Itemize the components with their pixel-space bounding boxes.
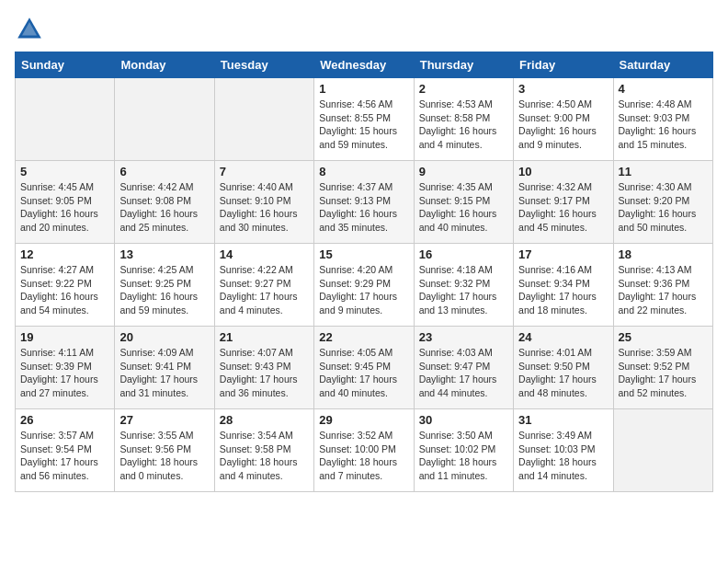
day-info: Sunrise: 3:59 AM Sunset: 9:52 PM Dayligh… — [619, 346, 708, 400]
day-info: Sunrise: 4:16 AM Sunset: 9:34 PM Dayligh… — [518, 263, 608, 317]
logo-icon — [15, 15, 44, 44]
calendar-cell: 25Sunrise: 3:59 AM Sunset: 9:52 PM Dayli… — [613, 327, 712, 409]
weekday-header-tuesday: Tuesday — [214, 52, 313, 78]
day-info: Sunrise: 4:35 AM Sunset: 9:15 PM Dayligh… — [419, 180, 508, 235]
day-number: 27 — [119, 413, 209, 427]
logo — [15, 15, 48, 44]
day-number: 26 — [20, 413, 109, 427]
weekday-header-thursday: Thursday — [414, 52, 513, 78]
day-number: 23 — [419, 330, 508, 344]
day-info: Sunrise: 3:50 AM Sunset: 10:02 PM Daylig… — [419, 429, 508, 483]
calendar-cell: 6Sunrise: 4:42 AM Sunset: 9:08 PM Daylig… — [115, 161, 214, 244]
weekday-row: SundayMondayTuesdayWednesdayThursdayFrid… — [16, 52, 713, 78]
calendar-cell: 19Sunrise: 4:11 AM Sunset: 9:39 PM Dayli… — [16, 327, 115, 409]
day-number: 21 — [220, 330, 309, 344]
day-number: 11 — [619, 165, 708, 178]
calendar-cell: 14Sunrise: 4:22 AM Sunset: 9:27 PM Dayli… — [214, 244, 313, 327]
calendar-cell: 18Sunrise: 4:13 AM Sunset: 9:36 PM Dayli… — [613, 244, 712, 327]
day-number: 17 — [518, 247, 608, 261]
day-info: Sunrise: 4:25 AM Sunset: 9:25 PM Dayligh… — [119, 263, 209, 317]
day-info: Sunrise: 4:09 AM Sunset: 9:41 PM Dayligh… — [119, 346, 209, 400]
calendar-week-4: 19Sunrise: 4:11 AM Sunset: 9:39 PM Dayli… — [16, 327, 713, 409]
weekday-header-wednesday: Wednesday — [314, 52, 414, 78]
day-info: Sunrise: 3:52 AM Sunset: 10:00 PM Daylig… — [319, 429, 408, 483]
calendar-cell — [214, 78, 313, 161]
calendar-cell — [613, 409, 712, 492]
day-number: 20 — [119, 330, 209, 344]
calendar-week-2: 5Sunrise: 4:45 AM Sunset: 9:05 PM Daylig… — [16, 161, 713, 244]
calendar-cell: 30Sunrise: 3:50 AM Sunset: 10:02 PM Dayl… — [414, 409, 513, 492]
day-number: 15 — [319, 247, 408, 261]
calendar-cell: 2Sunrise: 4:53 AM Sunset: 8:58 PM Daylig… — [414, 78, 513, 161]
day-info: Sunrise: 3:54 AM Sunset: 9:58 PM Dayligh… — [220, 429, 309, 483]
day-info: Sunrise: 4:18 AM Sunset: 9:32 PM Dayligh… — [419, 263, 508, 317]
calendar-cell: 16Sunrise: 4:18 AM Sunset: 9:32 PM Dayli… — [414, 244, 513, 327]
calendar-cell: 26Sunrise: 3:57 AM Sunset: 9:54 PM Dayli… — [16, 409, 115, 492]
calendar-cell: 13Sunrise: 4:25 AM Sunset: 9:25 PM Dayli… — [115, 244, 214, 327]
calendar-cell: 24Sunrise: 4:01 AM Sunset: 9:50 PM Dayli… — [514, 327, 613, 409]
day-number: 6 — [119, 165, 209, 178]
weekday-header-saturday: Saturday — [613, 52, 712, 78]
day-number: 10 — [518, 165, 608, 178]
calendar-cell: 21Sunrise: 4:07 AM Sunset: 9:43 PM Dayli… — [214, 327, 313, 409]
calendar-body: 1Sunrise: 4:56 AM Sunset: 8:55 PM Daylig… — [16, 78, 713, 492]
day-info: Sunrise: 3:55 AM Sunset: 9:56 PM Dayligh… — [119, 429, 209, 483]
day-number: 4 — [619, 82, 708, 96]
day-number: 18 — [619, 247, 708, 261]
calendar-cell: 9Sunrise: 4:35 AM Sunset: 9:15 PM Daylig… — [414, 161, 513, 244]
day-number: 5 — [20, 165, 109, 178]
calendar-week-1: 1Sunrise: 4:56 AM Sunset: 8:55 PM Daylig… — [16, 78, 713, 161]
day-info: Sunrise: 4:03 AM Sunset: 9:47 PM Dayligh… — [419, 346, 508, 400]
calendar-cell — [16, 78, 115, 161]
day-info: Sunrise: 3:49 AM Sunset: 10:03 PM Daylig… — [518, 429, 608, 483]
day-number: 3 — [518, 82, 608, 96]
day-number: 31 — [518, 413, 608, 427]
calendar-cell: 29Sunrise: 3:52 AM Sunset: 10:00 PM Dayl… — [314, 409, 414, 492]
calendar-cell: 7Sunrise: 4:40 AM Sunset: 9:10 PM Daylig… — [214, 161, 313, 244]
day-number: 29 — [319, 413, 408, 427]
calendar-cell: 10Sunrise: 4:32 AM Sunset: 9:17 PM Dayli… — [514, 161, 613, 244]
calendar-cell — [115, 78, 214, 161]
day-info: Sunrise: 4:32 AM Sunset: 9:17 PM Dayligh… — [518, 180, 608, 235]
day-info: Sunrise: 4:40 AM Sunset: 9:10 PM Dayligh… — [220, 180, 309, 235]
day-number: 13 — [119, 247, 209, 261]
day-number: 1 — [319, 82, 408, 96]
calendar-cell: 15Sunrise: 4:20 AM Sunset: 9:29 PM Dayli… — [314, 244, 414, 327]
calendar-cell: 23Sunrise: 4:03 AM Sunset: 9:47 PM Dayli… — [414, 327, 513, 409]
day-info: Sunrise: 4:53 AM Sunset: 8:58 PM Dayligh… — [419, 98, 508, 152]
calendar-cell: 12Sunrise: 4:27 AM Sunset: 9:22 PM Dayli… — [16, 244, 115, 327]
weekday-header-sunday: Sunday — [16, 52, 115, 78]
day-number: 8 — [319, 165, 408, 178]
day-info: Sunrise: 4:22 AM Sunset: 9:27 PM Dayligh… — [220, 263, 309, 317]
calendar-cell: 31Sunrise: 3:49 AM Sunset: 10:03 PM Dayl… — [514, 409, 613, 492]
calendar-cell: 1Sunrise: 4:56 AM Sunset: 8:55 PM Daylig… — [314, 78, 414, 161]
day-info: Sunrise: 4:48 AM Sunset: 9:03 PM Dayligh… — [619, 98, 708, 152]
day-info: Sunrise: 4:30 AM Sunset: 9:20 PM Dayligh… — [619, 180, 708, 235]
day-number: 25 — [619, 330, 708, 344]
day-number: 28 — [220, 413, 309, 427]
day-info: Sunrise: 4:27 AM Sunset: 9:22 PM Dayligh… — [20, 263, 109, 317]
day-number: 19 — [20, 330, 109, 344]
day-number: 24 — [518, 330, 608, 344]
day-number: 12 — [20, 247, 109, 261]
calendar-cell: 17Sunrise: 4:16 AM Sunset: 9:34 PM Dayli… — [514, 244, 613, 327]
weekday-header-monday: Monday — [115, 52, 214, 78]
day-info: Sunrise: 4:13 AM Sunset: 9:36 PM Dayligh… — [619, 263, 708, 317]
day-number: 30 — [419, 413, 508, 427]
calendar-table: SundayMondayTuesdayWednesdayThursdayFrid… — [15, 52, 713, 492]
calendar-cell: 28Sunrise: 3:54 AM Sunset: 9:58 PM Dayli… — [214, 409, 313, 492]
day-info: Sunrise: 4:11 AM Sunset: 9:39 PM Dayligh… — [20, 346, 109, 400]
calendar-cell: 22Sunrise: 4:05 AM Sunset: 9:45 PM Dayli… — [314, 327, 414, 409]
calendar-cell: 11Sunrise: 4:30 AM Sunset: 9:20 PM Dayli… — [613, 161, 712, 244]
day-info: Sunrise: 4:07 AM Sunset: 9:43 PM Dayligh… — [220, 346, 309, 400]
weekday-header-friday: Friday — [514, 52, 613, 78]
calendar-cell: 5Sunrise: 4:45 AM Sunset: 9:05 PM Daylig… — [16, 161, 115, 244]
header — [15, 15, 713, 44]
day-info: Sunrise: 4:45 AM Sunset: 9:05 PM Dayligh… — [20, 180, 109, 235]
calendar-cell: 3Sunrise: 4:50 AM Sunset: 9:00 PM Daylig… — [514, 78, 613, 161]
day-info: Sunrise: 4:50 AM Sunset: 9:00 PM Dayligh… — [518, 98, 608, 152]
day-number: 7 — [220, 165, 309, 178]
day-number: 22 — [319, 330, 408, 344]
calendar-week-5: 26Sunrise: 3:57 AM Sunset: 9:54 PM Dayli… — [16, 409, 713, 492]
day-info: Sunrise: 4:20 AM Sunset: 9:29 PM Dayligh… — [319, 263, 408, 317]
